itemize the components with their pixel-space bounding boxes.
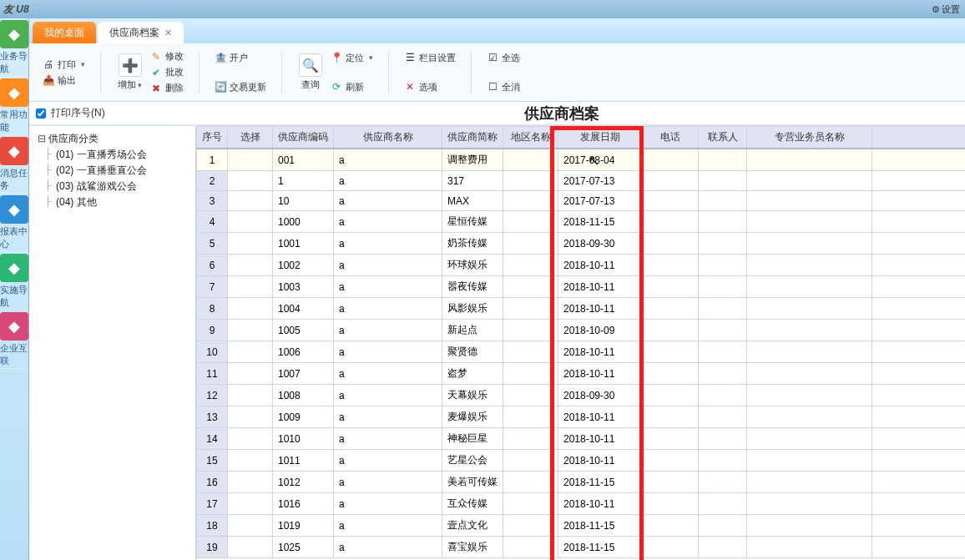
table-row[interactable]: 1001a调整费用2017-08-04 <box>197 149 966 171</box>
modify-button[interactable]: ✎修改 <box>147 49 187 63</box>
table-row[interactable]: 131009a麦爆娱乐2018-10-11 <box>197 406 966 428</box>
table-row[interactable]: 111007a盗梦2018-10-11 <box>197 363 966 385</box>
title-bar: 友 U8 ⚙ 设置 <box>0 0 965 18</box>
table-row[interactable]: 61002a环球娱乐2018-10-11 <box>197 255 966 276</box>
table-row[interactable]: 161012a美若可传媒2018-11-15 <box>197 472 966 493</box>
jiaoyi-button[interactable]: 🔄交易更新 <box>211 80 270 94</box>
column-header[interactable]: 发展日期 <box>558 127 642 149</box>
print-button[interactable]: 🖨打印 <box>39 58 88 72</box>
nav-icon: ◆ <box>0 137 28 165</box>
table-row[interactable]: 181019a壹点文化2018-11-15 <box>197 515 966 537</box>
table-row[interactable]: 21a3172017-07-13 <box>197 171 966 191</box>
page-title: 供应商档案 <box>110 103 965 124</box>
left-nav: ◆业务导航◆常用功能◆消息任务◆报表中心◆实施导航◆企业互联 <box>0 18 29 560</box>
locate-button[interactable]: 📍定位 <box>327 51 376 65</box>
table-row[interactable]: 71003a嚣夜传媒2018-10-11 <box>197 276 966 298</box>
refresh-button[interactable]: ⟳刷新 <box>327 80 376 94</box>
column-header[interactable]: 供应商编码 <box>273 127 334 149</box>
column-header[interactable]: 专营业务员名称 <box>747 127 872 149</box>
query-button[interactable]: 🔍查询 <box>294 52 327 93</box>
table-row[interactable]: 81004a风影娱乐2018-10-11 <box>197 298 966 320</box>
table-row[interactable]: 121008a天幕娱乐2018-09-30 <box>197 385 966 406</box>
tree-node[interactable]: (01) 一直播秀场公会 <box>33 147 192 163</box>
column-header[interactable]: 供应商简称 <box>442 127 503 149</box>
add-button[interactable]: ➕增加 <box>113 52 147 93</box>
print-seq-checkbox[interactable] <box>36 108 46 119</box>
toolbar: 🖨打印 📤输出 ➕增加 ✎修改 ✔批改 ✖删除 🏦开户 🔄交易更新 <box>29 43 965 102</box>
search-icon: 🔍 <box>299 53 322 77</box>
column-header[interactable]: 供应商名称 <box>334 127 442 149</box>
data-grid-container: 序号选择供应商编码供应商名称供应商简称地区名称发展日期电话联系人专营业务员名称分… <box>196 126 965 560</box>
table-row[interactable]: 191025a喜宝娱乐2018-11-15 <box>197 537 966 558</box>
table-row[interactable]: 41000a星恒传媒2018-11-15 <box>197 211 966 233</box>
nav-常用功能[interactable]: ◆常用功能 <box>0 77 28 135</box>
app-logo: 友 U8 <box>3 3 29 17</box>
tree-root[interactable]: 供应商分类 <box>33 131 192 147</box>
settings-link[interactable]: ⚙ 设置 <box>932 3 960 16</box>
nav-业务导航[interactable]: ◆业务导航 <box>0 18 28 77</box>
table-row[interactable]: 101006a聚贤德2018-10-11 <box>197 341 966 363</box>
category-tree: 供应商分类(01) 一直播秀场公会(02) 一直播垂直公会(03) 战鲨游戏公会… <box>29 126 196 560</box>
table-row[interactable]: 51001a奶茶传媒2018-09-30 <box>197 233 966 255</box>
table-row[interactable]: 310aMAX2017-07-13 <box>197 191 966 211</box>
output-button[interactable]: 📤输出 <box>39 73 88 88</box>
tree-node[interactable]: (03) 战鲨游戏公会 <box>33 179 192 194</box>
tab-我的桌面[interactable]: 我的桌面 <box>33 22 96 43</box>
column-header[interactable]: 地区名称 <box>503 127 558 149</box>
table-row[interactable]: 151011a艺星公会2018-10-11 <box>197 450 966 472</box>
table-row[interactable]: 171016a互众传媒2018-10-11 <box>197 493 966 515</box>
column-settings-button[interactable]: ☰栏目设置 <box>401 51 459 65</box>
column-header[interactable]: 选择 <box>228 127 273 149</box>
delete-button[interactable]: ✖删除 <box>147 81 187 95</box>
print-seq-label: 打印序号(N) <box>51 106 105 120</box>
close-icon[interactable]: ✕ <box>164 28 172 38</box>
nav-消息任务[interactable]: ◆消息任务 <box>0 135 28 194</box>
data-grid[interactable]: 序号选择供应商编码供应商名称供应商简称地区名称发展日期电话联系人专营业务员名称分… <box>196 126 965 558</box>
table-row[interactable]: 141010a神秘巨星2018-10-11 <box>197 428 966 450</box>
tab-bar: 我的桌面供应商档案✕ <box>29 18 965 43</box>
nav-报表中心[interactable]: ◆报表中心 <box>0 194 28 252</box>
approve-button[interactable]: ✔批改 <box>147 65 187 79</box>
sub-bar: 打印序号(N) 供应商档案 <box>29 102 965 125</box>
tree-node[interactable]: (04) 其他 <box>33 194 192 210</box>
column-header[interactable]: 联系人 <box>699 127 747 149</box>
nav-icon: ◆ <box>0 195 28 224</box>
deselect-all-button[interactable]: ☐全消 <box>483 80 523 94</box>
column-header[interactable]: 序号 <box>197 127 228 149</box>
nav-企业互联[interactable]: ◆企业互联 <box>0 310 28 369</box>
tree-node[interactable]: (02) 一直播垂直公会 <box>33 163 192 179</box>
nav-icon: ◆ <box>0 20 28 48</box>
add-icon: ➕ <box>119 53 142 77</box>
column-header[interactable]: 分管部门名 <box>872 127 966 149</box>
column-header[interactable]: 电话 <box>642 127 699 149</box>
nav-实施导航[interactable]: ◆实施导航 <box>0 252 28 310</box>
nav-icon: ◆ <box>0 78 28 107</box>
table-row[interactable]: 91005a新起点2018-10-09 <box>197 320 966 341</box>
options-button[interactable]: ✕选项 <box>401 80 459 94</box>
nav-icon: ◆ <box>0 254 28 282</box>
select-all-button[interactable]: ☑全选 <box>483 51 523 65</box>
nav-icon: ◆ <box>0 312 28 341</box>
tab-供应商档案[interactable]: 供应商档案✕ <box>98 22 184 43</box>
kaihu-button[interactable]: 🏦开户 <box>211 51 270 65</box>
